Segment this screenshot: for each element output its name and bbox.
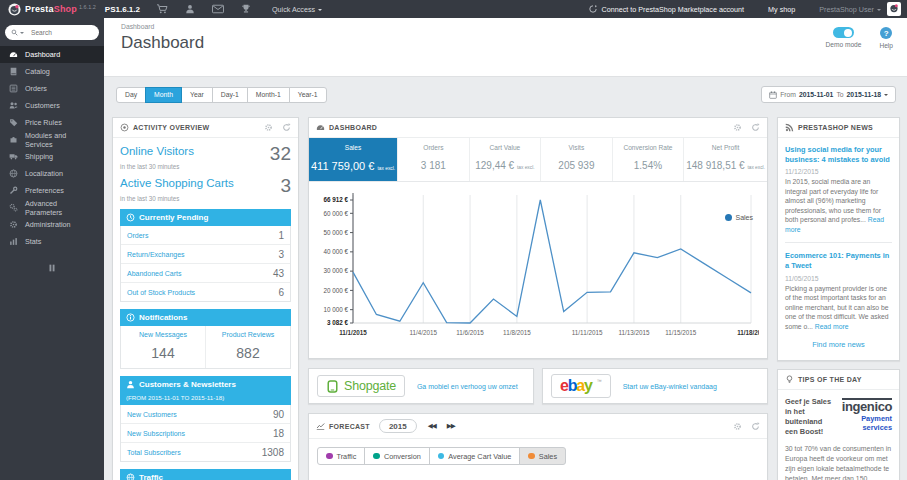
svg-text:11/11/2015: 11/11/2015	[572, 329, 603, 336]
wrench-icon	[9, 186, 18, 195]
demo-mode-toggle[interactable]	[833, 27, 854, 38]
kpi-net-profit[interactable]: Net Profit148 918,51 € tax excl.	[684, 138, 767, 181]
gauge-icon	[9, 50, 18, 59]
chevron-down-icon	[877, 9, 881, 13]
forecast-panel: FORECAST 2015 ◀◀ ▶▶ Traffic Conversion A…	[308, 413, 768, 480]
list-item: Total Subscribers1308	[121, 443, 290, 461]
customer-icon[interactable]	[184, 4, 196, 14]
dashboard-panel-title: DASHBOARD	[329, 124, 377, 131]
help-icon[interactable]: ?	[880, 27, 892, 39]
active-carts-sub: in the last 30 minutes	[120, 195, 291, 202]
ebay-link[interactable]: Start uw eBay-winkel vandaag	[623, 383, 717, 390]
sidebar-item-modules[interactable]: Modules and Services	[0, 131, 104, 148]
bar-chart-icon	[9, 237, 18, 246]
article-title[interactable]: Ecommerce 101: Payments in a Tweet	[785, 251, 892, 270]
svg-text:20 000 €: 20 000 €	[323, 287, 348, 294]
range-month-button[interactable]: Month	[145, 87, 182, 103]
kpi-conversion-rate[interactable]: Conversion Rate1.54%	[613, 138, 685, 181]
sidebar-item-advanced-parameters[interactable]: Advanced Parameters	[0, 199, 104, 216]
dashboard-icon	[316, 123, 325, 132]
my-shop-link[interactable]: My shop	[768, 5, 795, 14]
sidebar-collapse-button[interactable]	[0, 263, 104, 273]
sidebar-item-orders[interactable]: Orders	[0, 80, 104, 97]
chart-legend[interactable]: Sales	[725, 214, 753, 221]
sidebar: Dashboard Catalog Orders Customers Price…	[0, 18, 104, 480]
traffic-dot-icon	[326, 453, 333, 460]
sidebar-item-stats[interactable]: Stats	[0, 233, 104, 250]
date-range-picker[interactable]: From2015-11-01 To2015-11-18	[761, 86, 896, 103]
sidebar-item-shipping[interactable]: Shipping	[0, 148, 104, 165]
range-year-button[interactable]: Year	[181, 87, 213, 103]
kpi-sales[interactable]: Sales411 759,00 € tax excl.	[309, 138, 398, 181]
refresh-icon[interactable]	[282, 123, 291, 132]
legend-sales-button[interactable]: Sales	[519, 447, 566, 465]
sidebar-item-dashboard[interactable]: Dashboard	[0, 46, 104, 63]
page-title: Dashboard	[121, 33, 895, 53]
legend-traffic-button[interactable]: Traffic	[317, 447, 365, 465]
ebay-logo[interactable]: ebay ™	[551, 374, 611, 398]
gear-icon[interactable]	[733, 422, 742, 431]
search-input[interactable]	[29, 28, 85, 37]
shopgate-link[interactable]: Ga mobiel en verhoog uw omzet	[417, 383, 518, 390]
list-item: Return/Exchanges3	[121, 245, 290, 264]
legend-conversion-button[interactable]: Conversion	[364, 447, 429, 465]
sidebar-search[interactable]	[5, 25, 99, 40]
find-more-news-link[interactable]: Find more news	[785, 340, 892, 349]
refresh-icon[interactable]	[751, 123, 760, 132]
user-avatar[interactable]	[887, 2, 901, 16]
breadcrumb[interactable]: Dashboard	[121, 23, 895, 30]
quick-access-menu[interactable]: Quick Access	[272, 5, 322, 14]
sidebar-item-catalog[interactable]: Catalog	[0, 63, 104, 80]
tip-body: 30 tot 70% van de consumenten in Europa …	[785, 444, 892, 480]
list-item: New Subscriptions18	[121, 424, 290, 443]
svg-text:30 000 €: 30 000 €	[323, 267, 348, 274]
chevron-down-icon[interactable]	[20, 32, 24, 36]
messages-icon[interactable]	[212, 4, 224, 14]
pending-list: Orders1 Return/Exchanges3 Abandoned Cart…	[120, 226, 291, 302]
news-article: Using social media for your business: 4 …	[785, 145, 892, 234]
cart-icon[interactable]	[156, 4, 168, 14]
kpi-visits[interactable]: Visits205 939	[541, 138, 613, 181]
range-month-1-button[interactable]: Month-1	[247, 87, 290, 103]
gear-icon[interactable]	[264, 123, 273, 132]
kpi-cart-value[interactable]: Cart Value129,44 € tax excl.	[470, 138, 542, 181]
read-more-link[interactable]: Read more	[815, 323, 849, 330]
svg-text:60 000 €: 60 000 €	[323, 210, 348, 217]
forward-icon[interactable]: ▶▶	[447, 422, 455, 430]
range-year-1-button[interactable]: Year-1	[289, 87, 327, 103]
range-day-button[interactable]: Day	[116, 87, 146, 103]
globe-icon	[126, 473, 135, 480]
legend-avg-cart-value-button[interactable]: Average Cart Value	[429, 447, 521, 465]
quick-access-label: Quick Access	[272, 5, 315, 14]
marketplace-link[interactable]: Connect to PrestaShop Marketplace accoun…	[589, 5, 744, 14]
online-visitors-link[interactable]: Online Visitors	[120, 145, 194, 157]
trophy-icon[interactable]	[240, 4, 252, 14]
prestashop-logo-icon[interactable]	[8, 3, 21, 16]
sidebar-item-customers[interactable]: Customers	[0, 97, 104, 114]
conversion-dot-icon	[373, 453, 380, 460]
sales-chart-svg: 11/1/201511/4/201511/6/201511/8/201511/1…	[313, 188, 759, 348]
user-menu[interactable]: PrestaShop User	[819, 5, 881, 14]
sidebar-item-price-rules[interactable]: Price Rules	[0, 114, 104, 131]
new-messages-cell: New Messages144	[121, 326, 206, 368]
active-carts-link[interactable]: Active Shopping Carts	[120, 177, 234, 189]
range-day-1-button[interactable]: Day-1	[212, 87, 248, 103]
kpi-orders[interactable]: Orders3 181	[398, 138, 470, 181]
article-excerpt: In 2015, social media are an integral pa…	[785, 177, 892, 234]
refresh-icon[interactable]	[751, 422, 760, 431]
gear-icon[interactable]	[733, 123, 742, 132]
sidebar-item-administration[interactable]: Administration	[0, 216, 104, 233]
clock-icon	[126, 213, 135, 222]
forecast-year[interactable]: 2015	[379, 419, 417, 433]
forecast-panel-title: FORECAST	[329, 423, 370, 430]
sidebar-item-preferences[interactable]: Preferences	[0, 182, 104, 199]
user-label: PrestaShop User	[819, 5, 874, 14]
brand-presta: Presta	[25, 4, 54, 14]
people-icon	[9, 101, 18, 110]
sidebar-item-localization[interactable]: Localization	[0, 165, 104, 182]
backward-icon[interactable]: ◀◀	[428, 422, 436, 430]
ingenico-logo[interactable]: ingenico Paymentservices	[842, 398, 892, 433]
shopgate-logo[interactable]: Shopgate	[317, 375, 405, 397]
customers-newsletters-header: Customers & Newsletters (FROM 2015-11-01…	[120, 376, 291, 405]
article-title[interactable]: Using social media for your business: 4 …	[785, 145, 892, 164]
